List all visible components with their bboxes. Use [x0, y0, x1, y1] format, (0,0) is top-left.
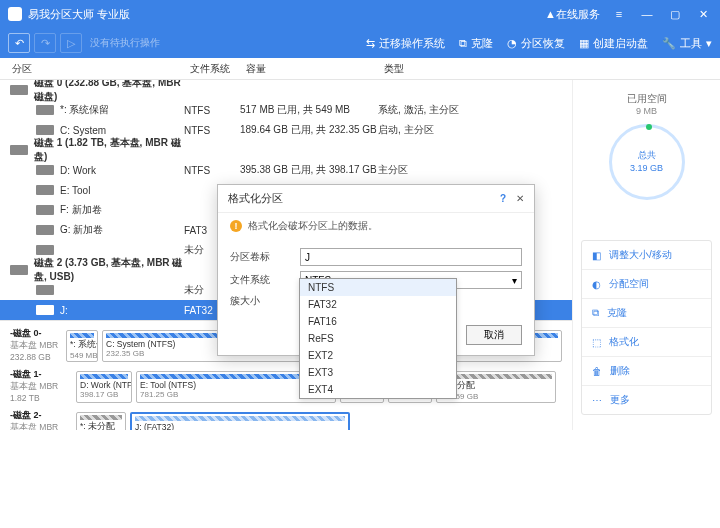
pending-ops-status: 没有待执行操作: [90, 36, 160, 50]
close-button[interactable]: ✕: [694, 8, 712, 21]
col-fs: 文件系统: [190, 62, 246, 76]
partition-icon: [36, 165, 54, 175]
dialog-close-icon[interactable]: ✕: [516, 193, 524, 204]
disk-segment[interactable]: *: 未分配558 MB: [76, 412, 126, 430]
maximize-button[interactable]: ▢: [666, 8, 684, 21]
partition-icon: [36, 285, 54, 295]
online-service-link[interactable]: ▲在线服务: [545, 7, 600, 22]
clone-button[interactable]: ⧉ 克隆: [459, 36, 493, 51]
app-title: 易我分区大师 专业版: [28, 7, 545, 22]
create-boot-disk-button[interactable]: ▦ 创建启动盘: [579, 36, 648, 51]
dialog-warning: ! 格式化会破坏分区上的数据。: [218, 213, 534, 239]
op-icon: 🗑: [592, 366, 602, 377]
fs-option[interactable]: ReFS: [300, 330, 456, 347]
partition-icon: [36, 205, 54, 215]
partition-icon: [36, 185, 54, 195]
disk-icon: [10, 265, 28, 275]
recover-partition-button[interactable]: ◔ 分区恢复: [507, 36, 565, 51]
toolbar: ↶ ↷ ▷ 没有待执行操作 ⇆ 迁移操作系统 ⧉ 克隆 ◔ 分区恢复 ▦ 创建启…: [0, 28, 720, 58]
usage-ring: 总共 3.19 GB: [609, 124, 685, 200]
undo-button[interactable]: ↶: [8, 33, 30, 53]
filesystem-field-label: 文件系统: [230, 273, 300, 287]
fs-option[interactable]: EXT2: [300, 347, 456, 364]
chevron-down-icon: ▾: [512, 275, 517, 286]
minimize-button[interactable]: —: [638, 8, 656, 20]
op-分配空间[interactable]: ◐分配空间: [582, 270, 711, 299]
cancel-button[interactable]: 取消: [466, 325, 522, 345]
tools-button[interactable]: 🔧 工具 ▾: [662, 36, 712, 51]
disk-segment[interactable]: J: (FAT32)3.19 GB: [130, 412, 350, 430]
label-field-label: 分区卷标: [230, 250, 300, 264]
op-删除[interactable]: 🗑删除: [582, 357, 711, 386]
disk-icon: [10, 145, 28, 155]
col-partition: 分区: [12, 62, 190, 76]
fs-option[interactable]: NTFS: [300, 279, 456, 296]
disk-segment[interactable]: *: 系统保...549 MB: [66, 330, 98, 362]
cluster-field-label: 簇大小: [230, 294, 300, 308]
partition-icon: [36, 125, 54, 135]
app-logo: [8, 7, 22, 21]
column-headers: 分区 文件系统 容量 类型: [0, 58, 720, 80]
disk-header[interactable]: 磁盘 0 (232.88 GB, 基本盘, MBR 磁盘): [0, 80, 572, 100]
settings-icon[interactable]: ≡: [610, 8, 628, 20]
fs-option[interactable]: EXT3: [300, 364, 456, 381]
disk-icon: [10, 85, 28, 95]
partition-icon: [36, 305, 54, 315]
warning-icon: !: [230, 220, 242, 232]
op-格式化[interactable]: ⬚格式化: [582, 328, 711, 357]
dialog-title: 格式化分区: [228, 191, 500, 206]
apply-button: ▷: [60, 33, 82, 53]
fs-option[interactable]: FAT16: [300, 313, 456, 330]
help-icon[interactable]: ?: [500, 193, 506, 204]
side-panel: 已用空间 9 MB 总共 3.19 GB ◧调整大小/移动◐分配空间⧉克隆⬚格式…: [572, 80, 720, 430]
disk-header[interactable]: 磁盘 1 (1.82 TB, 基本盘, MBR 磁盘): [0, 140, 572, 160]
operations-panel: ◧调整大小/移动◐分配空间⧉克隆⬚格式化🗑删除⋯更多: [581, 240, 712, 415]
op-icon: ⬚: [592, 337, 601, 348]
op-icon: ◐: [592, 279, 601, 290]
col-capacity: 容量: [246, 62, 384, 76]
usage-label: 已用空间: [581, 92, 712, 106]
filesystem-dropdown: NTFSFAT32FAT16ReFSEXT2EXT3EXT4: [299, 278, 457, 399]
partition-icon: [36, 225, 54, 235]
partition-icon: [36, 245, 54, 255]
op-icon: ◧: [592, 250, 601, 261]
op-调整大小/移动[interactable]: ◧调整大小/移动: [582, 241, 711, 270]
op-克隆[interactable]: ⧉克隆: [582, 299, 711, 328]
volume-label-input[interactable]: [300, 248, 522, 266]
op-icon: ⋯: [592, 395, 602, 406]
partition-row[interactable]: *: 系统保留NTFS517 MB 已用, 共 549 MB系统, 激活, 主分…: [0, 100, 572, 120]
fs-option[interactable]: FAT32: [300, 296, 456, 313]
col-type: 类型: [384, 62, 484, 76]
disk-segment[interactable]: D: Work (NTFS)398.17 GB: [76, 371, 132, 403]
redo-button: ↷: [34, 33, 56, 53]
title-bar: 易我分区大师 专业版 ▲在线服务 ≡ — ▢ ✕: [0, 0, 720, 28]
op-更多[interactable]: ⋯更多: [582, 386, 711, 414]
migrate-os-button[interactable]: ⇆ 迁移操作系统: [366, 36, 445, 51]
op-icon: ⧉: [592, 307, 599, 319]
fs-option[interactable]: EXT4: [300, 381, 456, 398]
partition-icon: [36, 105, 54, 115]
usage-value: 9 MB: [581, 106, 712, 116]
